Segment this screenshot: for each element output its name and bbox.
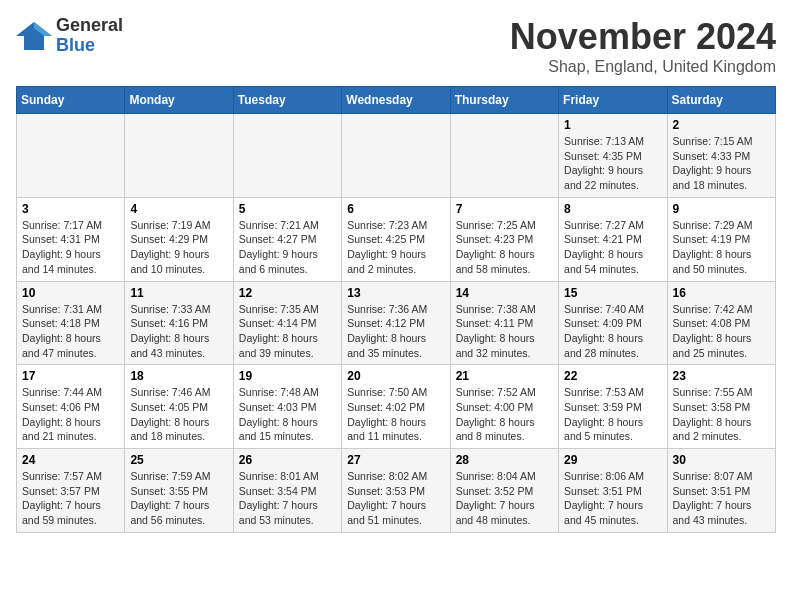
calendar-cell: 30Sunrise: 8:07 AMSunset: 3:51 PMDayligh… (667, 449, 775, 533)
calendar-body: 1Sunrise: 7:13 AMSunset: 4:35 PMDaylight… (17, 114, 776, 533)
calendar-week-1: 1Sunrise: 7:13 AMSunset: 4:35 PMDaylight… (17, 114, 776, 198)
title-block: November 2024 Shap, England, United King… (510, 16, 776, 76)
day-info: Sunrise: 7:50 AMSunset: 4:02 PMDaylight:… (347, 385, 444, 444)
page-header: General Blue November 2024 Shap, England… (16, 16, 776, 76)
calendar-cell: 28Sunrise: 8:04 AMSunset: 3:52 PMDayligh… (450, 449, 558, 533)
day-info: Sunrise: 7:21 AMSunset: 4:27 PMDaylight:… (239, 218, 336, 277)
day-number: 16 (673, 286, 770, 300)
calendar-cell: 14Sunrise: 7:38 AMSunset: 4:11 PMDayligh… (450, 281, 558, 365)
day-number: 12 (239, 286, 336, 300)
calendar-cell: 5Sunrise: 7:21 AMSunset: 4:27 PMDaylight… (233, 197, 341, 281)
day-number: 14 (456, 286, 553, 300)
day-info: Sunrise: 7:44 AMSunset: 4:06 PMDaylight:… (22, 385, 119, 444)
day-info: Sunrise: 8:06 AMSunset: 3:51 PMDaylight:… (564, 469, 661, 528)
logo-text-blue: Blue (56, 36, 123, 56)
day-number: 10 (22, 286, 119, 300)
col-sunday: Sunday (17, 87, 125, 114)
day-info: Sunrise: 7:38 AMSunset: 4:11 PMDaylight:… (456, 302, 553, 361)
day-number: 1 (564, 118, 661, 132)
day-number: 9 (673, 202, 770, 216)
calendar-cell: 8Sunrise: 7:27 AMSunset: 4:21 PMDaylight… (559, 197, 667, 281)
calendar-table: Sunday Monday Tuesday Wednesday Thursday… (16, 86, 776, 533)
calendar-cell: 23Sunrise: 7:55 AMSunset: 3:58 PMDayligh… (667, 365, 775, 449)
logo-text-general: General (56, 16, 123, 36)
calendar-cell: 2Sunrise: 7:15 AMSunset: 4:33 PMDaylight… (667, 114, 775, 198)
day-info: Sunrise: 8:02 AMSunset: 3:53 PMDaylight:… (347, 469, 444, 528)
day-info: Sunrise: 7:48 AMSunset: 4:03 PMDaylight:… (239, 385, 336, 444)
calendar-cell: 22Sunrise: 7:53 AMSunset: 3:59 PMDayligh… (559, 365, 667, 449)
logo: General Blue (16, 16, 123, 56)
calendar-cell: 19Sunrise: 7:48 AMSunset: 4:03 PMDayligh… (233, 365, 341, 449)
day-info: Sunrise: 7:29 AMSunset: 4:19 PMDaylight:… (673, 218, 770, 277)
day-info: Sunrise: 7:19 AMSunset: 4:29 PMDaylight:… (130, 218, 227, 277)
calendar-cell (17, 114, 125, 198)
day-info: Sunrise: 7:52 AMSunset: 4:00 PMDaylight:… (456, 385, 553, 444)
calendar-cell (450, 114, 558, 198)
day-info: Sunrise: 7:59 AMSunset: 3:55 PMDaylight:… (130, 469, 227, 528)
day-number: 20 (347, 369, 444, 383)
day-info: Sunrise: 7:13 AMSunset: 4:35 PMDaylight:… (564, 134, 661, 193)
day-info: Sunrise: 7:46 AMSunset: 4:05 PMDaylight:… (130, 385, 227, 444)
day-number: 29 (564, 453, 661, 467)
day-number: 22 (564, 369, 661, 383)
day-number: 2 (673, 118, 770, 132)
calendar-cell: 15Sunrise: 7:40 AMSunset: 4:09 PMDayligh… (559, 281, 667, 365)
location-title: Shap, England, United Kingdom (510, 58, 776, 76)
calendar-cell: 17Sunrise: 7:44 AMSunset: 4:06 PMDayligh… (17, 365, 125, 449)
day-info: Sunrise: 7:23 AMSunset: 4:25 PMDaylight:… (347, 218, 444, 277)
day-number: 17 (22, 369, 119, 383)
col-monday: Monday (125, 87, 233, 114)
day-number: 7 (456, 202, 553, 216)
col-wednesday: Wednesday (342, 87, 450, 114)
day-info: Sunrise: 7:33 AMSunset: 4:16 PMDaylight:… (130, 302, 227, 361)
calendar-header: Sunday Monday Tuesday Wednesday Thursday… (17, 87, 776, 114)
calendar-cell: 7Sunrise: 7:25 AMSunset: 4:23 PMDaylight… (450, 197, 558, 281)
day-info: Sunrise: 7:25 AMSunset: 4:23 PMDaylight:… (456, 218, 553, 277)
day-number: 23 (673, 369, 770, 383)
day-number: 15 (564, 286, 661, 300)
day-number: 28 (456, 453, 553, 467)
calendar-cell: 18Sunrise: 7:46 AMSunset: 4:05 PMDayligh… (125, 365, 233, 449)
calendar-cell: 12Sunrise: 7:35 AMSunset: 4:14 PMDayligh… (233, 281, 341, 365)
day-info: Sunrise: 7:57 AMSunset: 3:57 PMDaylight:… (22, 469, 119, 528)
day-number: 13 (347, 286, 444, 300)
calendar-week-2: 3Sunrise: 7:17 AMSunset: 4:31 PMDaylight… (17, 197, 776, 281)
calendar-cell (233, 114, 341, 198)
calendar-cell: 25Sunrise: 7:59 AMSunset: 3:55 PMDayligh… (125, 449, 233, 533)
calendar-cell: 9Sunrise: 7:29 AMSunset: 4:19 PMDaylight… (667, 197, 775, 281)
day-number: 4 (130, 202, 227, 216)
calendar-cell: 29Sunrise: 8:06 AMSunset: 3:51 PMDayligh… (559, 449, 667, 533)
day-number: 8 (564, 202, 661, 216)
day-info: Sunrise: 7:31 AMSunset: 4:18 PMDaylight:… (22, 302, 119, 361)
col-thursday: Thursday (450, 87, 558, 114)
day-number: 3 (22, 202, 119, 216)
calendar-cell: 10Sunrise: 7:31 AMSunset: 4:18 PMDayligh… (17, 281, 125, 365)
day-info: Sunrise: 8:01 AMSunset: 3:54 PMDaylight:… (239, 469, 336, 528)
logo-icon (16, 18, 52, 54)
calendar-cell: 16Sunrise: 7:42 AMSunset: 4:08 PMDayligh… (667, 281, 775, 365)
calendar-cell: 1Sunrise: 7:13 AMSunset: 4:35 PMDaylight… (559, 114, 667, 198)
calendar-cell: 3Sunrise: 7:17 AMSunset: 4:31 PMDaylight… (17, 197, 125, 281)
day-number: 21 (456, 369, 553, 383)
day-info: Sunrise: 7:42 AMSunset: 4:08 PMDaylight:… (673, 302, 770, 361)
day-info: Sunrise: 7:36 AMSunset: 4:12 PMDaylight:… (347, 302, 444, 361)
day-number: 26 (239, 453, 336, 467)
day-info: Sunrise: 7:40 AMSunset: 4:09 PMDaylight:… (564, 302, 661, 361)
day-info: Sunrise: 7:15 AMSunset: 4:33 PMDaylight:… (673, 134, 770, 193)
month-title: November 2024 (510, 16, 776, 58)
calendar-cell: 11Sunrise: 7:33 AMSunset: 4:16 PMDayligh… (125, 281, 233, 365)
calendar-cell: 24Sunrise: 7:57 AMSunset: 3:57 PMDayligh… (17, 449, 125, 533)
calendar-cell: 27Sunrise: 8:02 AMSunset: 3:53 PMDayligh… (342, 449, 450, 533)
calendar-week-3: 10Sunrise: 7:31 AMSunset: 4:18 PMDayligh… (17, 281, 776, 365)
calendar-cell: 6Sunrise: 7:23 AMSunset: 4:25 PMDaylight… (342, 197, 450, 281)
calendar-week-5: 24Sunrise: 7:57 AMSunset: 3:57 PMDayligh… (17, 449, 776, 533)
day-number: 24 (22, 453, 119, 467)
day-info: Sunrise: 8:04 AMSunset: 3:52 PMDaylight:… (456, 469, 553, 528)
day-number: 25 (130, 453, 227, 467)
calendar-week-4: 17Sunrise: 7:44 AMSunset: 4:06 PMDayligh… (17, 365, 776, 449)
col-saturday: Saturday (667, 87, 775, 114)
col-friday: Friday (559, 87, 667, 114)
calendar-cell: 26Sunrise: 8:01 AMSunset: 3:54 PMDayligh… (233, 449, 341, 533)
header-row: Sunday Monday Tuesday Wednesday Thursday… (17, 87, 776, 114)
day-info: Sunrise: 7:17 AMSunset: 4:31 PMDaylight:… (22, 218, 119, 277)
